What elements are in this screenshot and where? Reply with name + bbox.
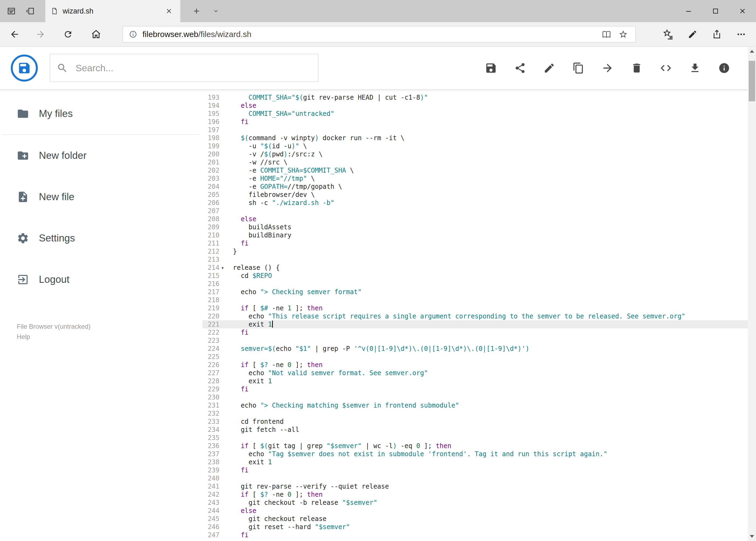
- close-window-button[interactable]: [729, 0, 756, 22]
- code-line[interactable]: 234 git fetch --all: [202, 426, 748, 434]
- code-line[interactable]: 224 semver=$(echo "$1" | grep -P '^v(0|[…: [202, 345, 748, 353]
- code-line[interactable]: 205 filebrowser/dev \: [202, 191, 748, 199]
- code-line[interactable]: 215 cd $REPO: [202, 272, 748, 280]
- code-line[interactable]: 238 exit 1: [202, 458, 748, 466]
- code-line[interactable]: 193 COMMIT_SHA="$(git rev-parse HEAD | c…: [202, 94, 748, 102]
- filebrowser-logo[interactable]: [11, 55, 38, 82]
- code-line[interactable]: 245 git checkout release: [202, 515, 748, 523]
- copy-button[interactable]: [564, 55, 593, 82]
- code-line[interactable]: 197: [202, 126, 748, 134]
- web-note-pen-icon[interactable]: [680, 24, 705, 45]
- code-line[interactable]: 201 -w //src \: [202, 158, 748, 166]
- download-button[interactable]: [680, 55, 710, 82]
- code-area[interactable]: 193 COMMIT_SHA="$(git rev-parse HEAD | c…: [202, 94, 748, 539]
- tab-list-chevron-icon[interactable]: [208, 0, 223, 22]
- site-info-icon[interactable]: [127, 30, 139, 38]
- code-line[interactable]: 244 else: [202, 507, 748, 515]
- code-line[interactable]: 231 echo "> Checking matching $semver in…: [202, 401, 748, 409]
- edit-button[interactable]: [535, 55, 564, 82]
- code-line[interactable]: 198 $(command -v winpty) docker run --rm…: [202, 134, 748, 142]
- tab-preview-icon[interactable]: [4, 0, 19, 22]
- new-tab-button[interactable]: [189, 0, 204, 22]
- code-line[interactable]: 219 if [ $# -ne 1 ]; then: [202, 304, 748, 312]
- code-line[interactable]: 222 fi: [202, 328, 748, 336]
- forward-button[interactable]: [30, 24, 51, 45]
- back-button[interactable]: [4, 24, 25, 45]
- code-line[interactable]: 208 else: [202, 215, 748, 223]
- browser-tab[interactable]: wizard.sh: [45, 0, 180, 22]
- fold-marker-icon[interactable]: ▾: [219, 264, 233, 272]
- code-line[interactable]: 242 if [ $? -ne 0 ]; then: [202, 490, 748, 499]
- search-box[interactable]: [50, 54, 319, 82]
- code-line[interactable]: 232: [202, 409, 748, 417]
- scrollbar-thumb[interactable]: [749, 61, 755, 101]
- code-line[interactable]: 209 buildAssets: [202, 223, 748, 231]
- code-line[interactable]: 214▾release () {: [202, 264, 748, 272]
- code-line[interactable]: 227 echo "Not valid semver format. See s…: [202, 369, 748, 377]
- code-line[interactable]: 220 echo "This release script requires a…: [202, 312, 748, 320]
- reading-view-icon[interactable]: [598, 27, 615, 42]
- refresh-button[interactable]: [57, 24, 79, 45]
- code-line[interactable]: 246 git reset --hard "$semver": [202, 523, 748, 531]
- address-bar[interactable]: filebrowser.web/files/wizard.sh: [123, 26, 636, 43]
- code-line[interactable]: 233 cd frontend: [202, 417, 748, 426]
- sidebar-item-settings[interactable]: Settings: [0, 218, 202, 259]
- sidebar-item-my-files[interactable]: My files: [0, 93, 202, 134]
- info-button[interactable]: [710, 55, 739, 82]
- maximize-button[interactable]: [702, 0, 729, 22]
- minimize-button[interactable]: [675, 0, 702, 22]
- code-line[interactable]: 212}: [202, 248, 748, 256]
- code-line[interactable]: 230: [202, 393, 748, 401]
- sidebar-item-new-file[interactable]: New file: [0, 176, 202, 218]
- save-button[interactable]: [476, 55, 506, 82]
- code-line[interactable]: 210 buildBinary: [202, 231, 748, 239]
- move-button[interactable]: [593, 55, 622, 82]
- code-line[interactable]: 206 sh -c "./wizard.sh -b": [202, 199, 748, 207]
- code-line[interactable]: 237 echo "Tag $semver does not exist in …: [202, 450, 748, 458]
- code-line[interactable]: 200 -v /$(pwd):/src:z \: [202, 150, 748, 158]
- code-line[interactable]: 223: [202, 336, 748, 345]
- code-line[interactable]: 202 -e COMMIT_SHA=$COMMIT_SHA \: [202, 166, 748, 175]
- code-line[interactable]: 241 git rev-parse --verify --quiet relea…: [202, 482, 748, 490]
- code-view-button[interactable]: [651, 55, 680, 82]
- home-button[interactable]: [85, 24, 107, 45]
- hub-favorites-icon[interactable]: [656, 24, 680, 45]
- code-line[interactable]: 207: [202, 207, 748, 215]
- code-line[interactable]: 217 echo "> Checking semver format": [202, 288, 748, 296]
- code-line[interactable]: 247 fi: [202, 531, 748, 539]
- code-line[interactable]: 203 -e HOME="//tmp" \: [202, 175, 748, 183]
- code-line[interactable]: 235: [202, 434, 748, 442]
- set-tabs-aside-icon[interactable]: [23, 0, 38, 22]
- sidebar-item-logout[interactable]: Logout: [0, 259, 202, 300]
- code-line[interactable]: 239 fi: [202, 466, 748, 474]
- code-line[interactable]: 236 if [ $(git tag | grep "$semver" | wc…: [202, 442, 748, 450]
- code-line[interactable]: 195 COMMIT_SHA="untracked": [202, 110, 748, 118]
- code-line[interactable]: 196 fi: [202, 118, 748, 126]
- sidebar-item-new-folder[interactable]: New folder: [0, 135, 202, 176]
- code-line[interactable]: 229 fi: [202, 385, 748, 393]
- code-line[interactable]: 216: [202, 280, 748, 288]
- page-scrollbar[interactable]: [748, 47, 756, 541]
- share-page-icon[interactable]: [705, 24, 729, 45]
- code-editor[interactable]: 193 COMMIT_SHA="$(git rev-parse HEAD | c…: [202, 89, 748, 541]
- code-line[interactable]: 213: [202, 256, 748, 264]
- code-line[interactable]: 218: [202, 296, 748, 304]
- favorite-star-icon[interactable]: [615, 27, 631, 42]
- scroll-down-icon[interactable]: [748, 532, 756, 541]
- help-link[interactable]: Help: [17, 332, 91, 342]
- code-line[interactable]: 225: [202, 353, 748, 361]
- code-line[interactable]: 221 exit 1: [202, 320, 748, 328]
- code-line[interactable]: 194 else: [202, 102, 748, 110]
- search-input[interactable]: [75, 62, 312, 74]
- scroll-up-icon[interactable]: [748, 47, 756, 56]
- code-line[interactable]: 204 -e GOPATH=//tmp/gopath \: [202, 183, 748, 191]
- tab-close-icon[interactable]: [163, 5, 175, 17]
- url-text[interactable]: filebrowser.web/files/wizard.sh: [142, 30, 598, 39]
- more-menu-icon[interactable]: [729, 24, 753, 45]
- delete-button[interactable]: [622, 55, 651, 82]
- code-line[interactable]: 240: [202, 474, 748, 482]
- code-line[interactable]: 199 -u "$(id -u)" \: [202, 142, 748, 150]
- code-line[interactable]: 226 if [ $? -ne 0 ]; then: [202, 361, 748, 369]
- code-line[interactable]: 228 exit 1: [202, 377, 748, 385]
- code-line[interactable]: 211 fi: [202, 239, 748, 248]
